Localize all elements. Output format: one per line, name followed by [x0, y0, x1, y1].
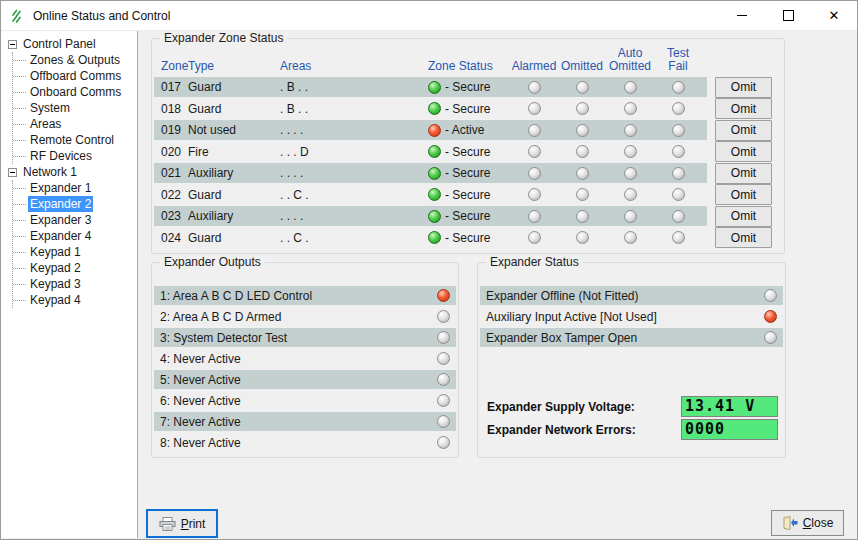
- zone-status-led: [428, 81, 441, 94]
- supply-voltage-row: Expander Supply Voltage: 13.41 V: [487, 396, 778, 417]
- list-item: 3: System Detector Test: [154, 328, 456, 347]
- test-fail-led: [672, 81, 685, 94]
- zone-number: 021: [154, 166, 188, 180]
- table-row: 020 Fire . . . D - Secure Omit: [154, 142, 772, 162]
- zone-areas: . . C .: [280, 231, 428, 245]
- omit-button-zone-024[interactable]: Omit: [715, 227, 772, 248]
- alarmed-led: [528, 188, 541, 201]
- col-header-omitted: Omitted: [558, 60, 606, 73]
- zone-type: Guard: [188, 231, 280, 245]
- auto-omitted-led: [624, 102, 637, 115]
- zone-status-text: - Secure: [445, 166, 490, 180]
- zone-number: 020: [154, 145, 188, 159]
- omitted-led: [576, 210, 589, 223]
- tree-item-system[interactable]: System: [13, 100, 137, 116]
- col-header-type: Type: [188, 59, 280, 73]
- maximize-icon: [783, 10, 794, 21]
- zone-status-group: Expander Zone Status Zone Type Areas Zon…: [151, 38, 785, 254]
- col-header-status: Zone Status: [428, 59, 510, 73]
- network-errors-row: Expander Network Errors: 0000: [487, 419, 778, 440]
- auto-omitted-led: [624, 145, 637, 158]
- zone-areas: . . . .: [280, 123, 428, 137]
- network-errors-label: Expander Network Errors:: [487, 423, 636, 437]
- collapse-icon[interactable]: [8, 168, 17, 177]
- tree-item-areas[interactable]: Areas: [13, 116, 137, 132]
- tree-item-expander-2[interactable]: Expander 2: [13, 196, 137, 212]
- tree-item-control-panel[interactable]: Control Panel: [1, 36, 137, 52]
- zone-number: 023: [154, 209, 188, 223]
- output-led: [437, 394, 450, 407]
- alarmed-led: [528, 102, 541, 115]
- omit-button-zone-022[interactable]: Omit: [715, 184, 772, 205]
- maximize-button[interactable]: [765, 1, 811, 30]
- zone-number: 018: [154, 102, 188, 116]
- zone-type: Auxiliary: [188, 209, 280, 223]
- print-button[interactable]: Print: [146, 509, 218, 538]
- test-fail-led: [672, 167, 685, 180]
- omit-button-zone-023[interactable]: Omit: [715, 206, 772, 227]
- omitted-led: [576, 145, 589, 158]
- close-button[interactable]: Close: [771, 510, 844, 536]
- omit-button-zone-019[interactable]: Omit: [715, 120, 772, 141]
- tree-item-keypad-2[interactable]: Keypad 2: [13, 260, 137, 276]
- tree-item-network-1[interactable]: Network 1: [1, 164, 137, 180]
- output-label: 5: Never Active: [160, 373, 241, 387]
- outputs-list: 1: Area A B C D LED Control 2: Area A B …: [154, 286, 456, 454]
- output-label: 8: Never Active: [160, 436, 241, 450]
- alarmed-led: [528, 210, 541, 223]
- omit-button-zone-018[interactable]: Omit: [715, 98, 772, 119]
- zone-areas: . . C .: [280, 188, 428, 202]
- navigation-tree: Control Panel Zones & Outputs Offboard C…: [1, 31, 138, 538]
- tree-item-keypad-3[interactable]: Keypad 3: [13, 276, 137, 292]
- omit-button-zone-021[interactable]: Omit: [715, 163, 772, 184]
- test-fail-led: [672, 188, 685, 201]
- col-header-auto-omitted: Auto Omitted: [606, 47, 654, 73]
- auto-omitted-led: [624, 188, 637, 201]
- collapse-icon[interactable]: [8, 40, 17, 49]
- zone-status-led: [428, 210, 441, 223]
- tree-item-remote-control[interactable]: Remote Control: [13, 132, 137, 148]
- zone-type: Guard: [188, 80, 280, 94]
- alarmed-led: [528, 81, 541, 94]
- zone-status-led: [428, 167, 441, 180]
- tree-item-expander-1[interactable]: Expander 1: [13, 180, 137, 196]
- status-label: Auxiliary Input Active [Not Used]: [486, 310, 657, 324]
- list-item: Expander Box Tamper Open: [480, 328, 783, 347]
- close-button-label: Close: [803, 516, 834, 530]
- list-item: 7: Never Active: [154, 412, 456, 431]
- expander-outputs-group: Expander Outputs 1: Area A B C D LED Con…: [151, 262, 459, 458]
- auto-omitted-led: [624, 124, 637, 137]
- test-fail-led: [672, 102, 685, 115]
- omit-button-zone-017[interactable]: Omit: [715, 77, 772, 98]
- close-window-button[interactable]: ✕: [811, 1, 857, 30]
- omit-button-zone-020[interactable]: Omit: [715, 141, 772, 162]
- tree-item-keypad-4[interactable]: Keypad 4: [13, 292, 137, 308]
- omitted-led: [576, 167, 589, 180]
- tree-item-keypad-1[interactable]: Keypad 1: [13, 244, 137, 260]
- zone-status-text: - Secure: [445, 209, 490, 223]
- exit-door-icon: [782, 516, 798, 530]
- tree-item-expander-4[interactable]: Expander 4: [13, 228, 137, 244]
- minimize-button[interactable]: [719, 1, 765, 30]
- list-item: 4: Never Active: [154, 349, 456, 368]
- close-icon: ✕: [829, 9, 840, 22]
- tree-item-zones-outputs[interactable]: Zones & Outputs: [13, 52, 137, 68]
- zone-status-led: [428, 145, 441, 158]
- alarmed-led: [528, 231, 541, 244]
- status-list: Expander Offline (Not Fitted) Auxiliary …: [480, 286, 783, 349]
- zone-table-body: 017 Guard . B . . - Secure Omit: [154, 77, 772, 249]
- zone-type: Fire: [188, 145, 280, 159]
- tree-item-onboard-comms[interactable]: Onboard Comms: [13, 84, 137, 100]
- zone-status-text: - Secure: [445, 188, 490, 202]
- tree-item-offboard-comms[interactable]: Offboard Comms: [13, 68, 137, 84]
- status-label: Expander Box Tamper Open: [486, 331, 637, 345]
- tree-item-expander-3[interactable]: Expander 3: [13, 212, 137, 228]
- output-led: [437, 415, 450, 428]
- zone-type: Not used: [188, 123, 280, 137]
- auto-omitted-led: [624, 210, 637, 223]
- tree-item-rf-devices[interactable]: RF Devices: [13, 148, 137, 164]
- omitted-led: [576, 102, 589, 115]
- list-item: 1: Area A B C D LED Control: [154, 286, 456, 305]
- col-header-alarmed: Alarmed: [510, 60, 558, 73]
- zone-status-text: - Active: [445, 123, 484, 137]
